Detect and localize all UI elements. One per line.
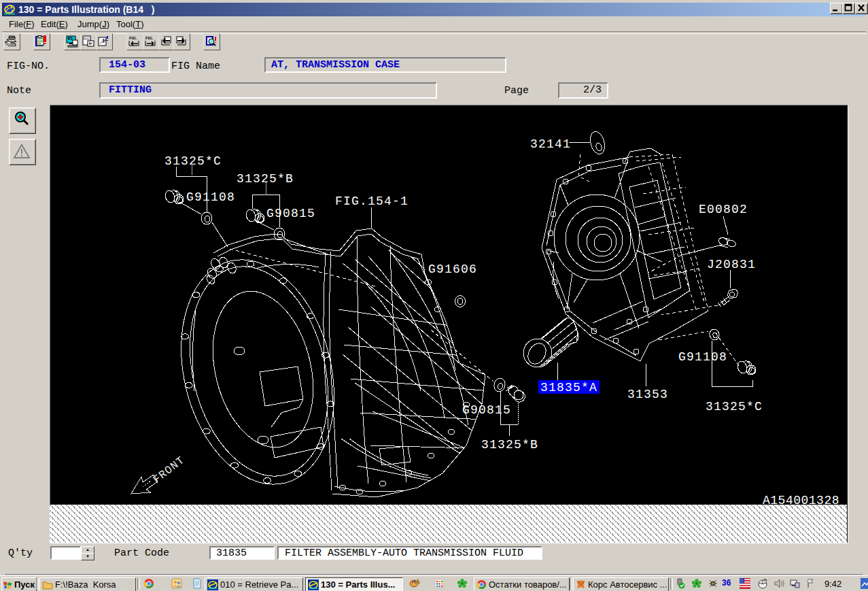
svg-text:J20831: J20831 (707, 258, 756, 271)
svg-text:G91606: G91606 (428, 263, 477, 276)
svg-text:FIG.: FIG. (145, 36, 154, 40)
svg-text:31325*B: 31325*B (237, 172, 294, 186)
svg-text:32141: 32141 (530, 137, 571, 151)
svg-text:31835*A: 31835*A (540, 381, 597, 394)
svg-text:FRONT: FRONT (151, 454, 188, 486)
svg-text:31325*C: 31325*C (164, 154, 222, 168)
svg-text:31325*C: 31325*C (706, 400, 763, 413)
svg-text:FIG: FIG (84, 37, 89, 41)
svg-text:G90815: G90815 (266, 207, 315, 220)
svg-text:G91108: G91108 (186, 190, 235, 204)
svg-text:G91108: G91108 (678, 350, 727, 364)
svg-text:FIG.: FIG. (129, 36, 137, 40)
svg-text:FIG.154-1: FIG.154-1 (335, 195, 409, 208)
svg-text:E00802: E00802 (699, 203, 748, 216)
svg-text:31353: 31353 (627, 388, 668, 401)
svg-text:G90815: G90815 (462, 403, 511, 417)
svg-text:31325*B: 31325*B (481, 438, 538, 452)
